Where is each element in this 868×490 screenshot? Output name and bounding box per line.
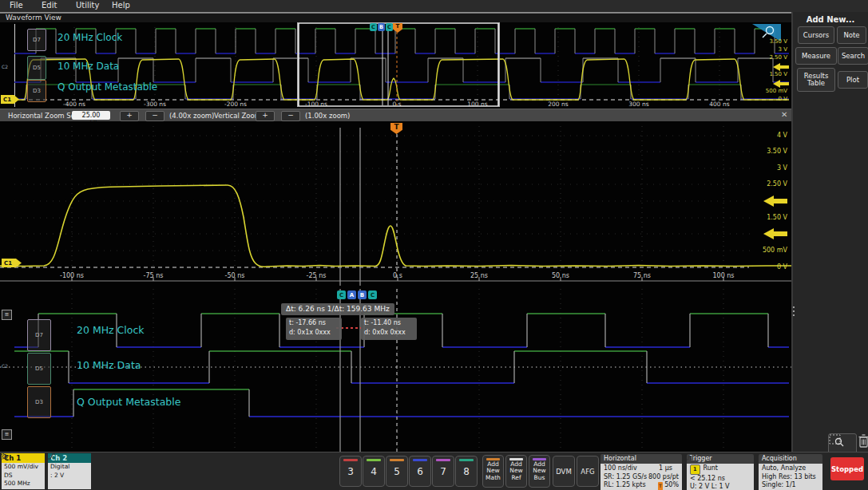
- main-tick: -100 ns: [60, 272, 84, 279]
- group-drag-handle[interactable]: ≡: [2, 310, 12, 320]
- group-drag-handle[interactable]: ≡: [2, 429, 12, 440]
- ch4-button[interactable]: 4: [363, 456, 385, 487]
- digital-ch-d3-label: Q Output Metastable: [77, 396, 180, 408]
- v-zoom-plus-button[interactable]: +: [256, 111, 275, 121]
- menu-file[interactable]: File: [10, 1, 23, 10]
- main-vtick: 3.50 V: [767, 148, 787, 155]
- overview-tick: -300 ns: [144, 101, 166, 108]
- v-zoom-minus-button[interactable]: −: [281, 111, 300, 121]
- overview-tick: -200 ns: [224, 101, 247, 108]
- overview-d3-badge[interactable]: D3: [27, 80, 46, 102]
- digital-ch-d7-label: 20 MHz Clock: [77, 324, 145, 336]
- ch1-coupling: DS: [4, 472, 45, 480]
- main-vtick: 4 V: [777, 132, 787, 139]
- main-vtick: 0 V: [777, 263, 787, 271]
- ch5-button[interactable]: 5: [386, 456, 408, 487]
- overview-d7-badge[interactable]: D7: [27, 29, 46, 51]
- digital-c2-tag: C2: [2, 363, 8, 369]
- trigger-position-icon: T: [658, 482, 663, 490]
- dvm-button[interactable]: DVM: [553, 456, 575, 487]
- trigger-panel[interactable]: Trigger 1Runt < 25.12 ns U: 2 V L: 1 V: [687, 454, 754, 490]
- add-cursors-button[interactable]: Cursors: [798, 26, 834, 44]
- oscilloscope-app: File Edit Utility Help Waveform View: [0, 0, 868, 490]
- threshold-slope-icon: [48, 453, 55, 460]
- main-vtick: 1.50 V: [767, 214, 787, 221]
- cursor-a-badge[interactable]: A: [347, 290, 356, 299]
- panel-divider-handle[interactable]: [792, 304, 795, 318]
- right-sidebar: Add New... Cursors Note Measure Search R…: [791, 12, 868, 452]
- zoom-scale-bar: Horizontal Zoom Scale 25.00 ns/div + − (…: [0, 109, 791, 122]
- add-note-button[interactable]: Note: [837, 26, 866, 44]
- overview-vtick: 1.50 V: [769, 71, 787, 77]
- v-zoom-label: Vertical Zoom: [214, 112, 261, 120]
- ch1-trace: [0, 185, 791, 267]
- ch7-button[interactable]: 7: [432, 456, 454, 487]
- ch8-button[interactable]: 8: [455, 456, 478, 487]
- menu-help[interactable]: Help: [112, 1, 130, 10]
- cursor-link-right-badge[interactable]: C: [368, 290, 377, 299]
- cursor-b-badge[interactable]: B: [358, 290, 367, 299]
- digital-d7-badge[interactable]: D7: [27, 319, 51, 351]
- overview-vtick: 2.50 V: [769, 54, 787, 61]
- overview-tick: 100 ns: [467, 101, 487, 108]
- overview-tick: -400 ns: [63, 101, 85, 108]
- trigger-title: Trigger: [687, 454, 754, 464]
- h-zoom-minus-button[interactable]: −: [145, 111, 164, 121]
- add-new-ref-button[interactable]: Add New Ref: [505, 455, 527, 488]
- v-zoom-factor: (1.00x zoom): [305, 112, 350, 120]
- afg-button[interactable]: AFG: [577, 456, 599, 487]
- stopped-button[interactable]: Stopped: [830, 457, 864, 480]
- trigger-source-badge: 1: [690, 464, 700, 475]
- overview-plot[interactable]: D7 D5 D3 C2 C1 20 MHz Clock 10 MHz Data …: [0, 22, 791, 109]
- menu-utility[interactable]: Utility: [76, 1, 99, 10]
- ch1-badge[interactable]: Ch 1 500 mV/div DS 500 MHz: [2, 453, 45, 489]
- main-waveform-plot[interactable]: T C1 -100 ns -75 ns -50 ns -25 ns 0 s 25…: [0, 121, 791, 289]
- zoom-selection-box: [298, 23, 499, 106]
- h-zoom-scale-value[interactable]: 25.00 ns/div: [72, 111, 110, 120]
- overview-cursor-b-badge[interactable]: B: [378, 23, 385, 31]
- add-new-bus-button[interactable]: Add New Bus: [529, 455, 550, 488]
- overview-ch-d5-label: 10 MHz Data: [57, 61, 119, 72]
- overview-cursor-left-badge[interactable]: C: [370, 23, 377, 31]
- overview-ch-d3-label: Q Output Metastable: [57, 81, 157, 93]
- horizontal-panel[interactable]: Horizontal 100 ns/div1 µs SR: 1.25 GS/s8…: [600, 454, 682, 490]
- ch2-threshold: : 2 V: [50, 472, 91, 480]
- main-tick: 75 ns: [633, 272, 651, 279]
- menu-edit[interactable]: Edit: [42, 1, 57, 10]
- overview-tick: 200 ns: [548, 101, 568, 108]
- main-vtick: 500 mV: [763, 247, 787, 254]
- add-new-math-button[interactable]: Add New Math: [482, 455, 504, 488]
- overview-tick: 0 s: [392, 101, 401, 108]
- ch1-bandwidth: 500 MHz: [4, 480, 45, 488]
- add-new-title: Add New...: [793, 15, 868, 24]
- overview-tick: -100 ns: [305, 101, 327, 108]
- cursor-delta-readout: Δt: 6.26 ns 1/Δt: 159.63 MHz: [281, 303, 394, 315]
- main-tick: -25 ns: [307, 272, 327, 279]
- horizontal-title: Horizontal: [600, 454, 682, 464]
- ch3-button[interactable]: 3: [339, 456, 362, 487]
- add-plot-button[interactable]: Plot: [838, 71, 868, 89]
- add-results-table-button[interactable]: Results Table: [797, 68, 835, 92]
- add-search-button[interactable]: Search: [838, 47, 868, 65]
- cursor-a-readout: t: -17.66 ns d: 0x1x 0xxx: [286, 318, 342, 340]
- overview-tick: 400 ns: [709, 101, 729, 108]
- close-icon[interactable]: ✕: [781, 110, 787, 119]
- acquisition-title: Acquisition: [759, 454, 822, 464]
- main-tick: 100 ns: [712, 272, 734, 279]
- overview-ch-d7-label: 20 MHz Clock: [57, 32, 122, 43]
- digital-d3-badge[interactable]: D3: [27, 386, 51, 418]
- digital-d5-badge[interactable]: D5: [27, 353, 51, 385]
- waveform-view-title: Waveform View: [6, 14, 61, 22]
- ch6-button[interactable]: 6: [409, 456, 431, 487]
- overview-tick: 300 ns: [628, 101, 648, 108]
- h-zoom-plus-button[interactable]: +: [120, 111, 139, 121]
- main-vtick: 3 V: [777, 164, 787, 172]
- digital-waveform-plot[interactable]: C A B C Δt: 6.26 ns 1/Δt: 159.63 MHz t: …: [0, 289, 791, 452]
- cursor-link-left-badge[interactable]: C: [337, 290, 346, 299]
- main-tick: -75 ns: [144, 272, 164, 279]
- overview-cursor-right-badge[interactable]: C: [386, 23, 393, 31]
- acquisition-panel[interactable]: Acquisition Auto, Analyze High Res: 13 b…: [759, 454, 822, 490]
- ch2-badge[interactable]: Ch 2 Digital : 2 V: [48, 453, 91, 489]
- overview-d5-badge[interactable]: D5: [27, 56, 46, 80]
- add-measure-button[interactable]: Measure: [795, 47, 837, 65]
